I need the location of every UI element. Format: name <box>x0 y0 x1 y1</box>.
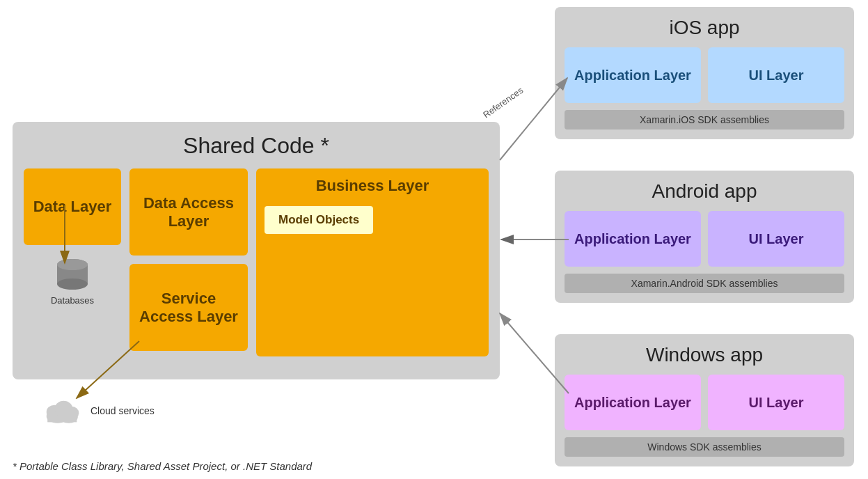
windows-app-layer: Application Layer <box>565 375 701 430</box>
database-icon: Databases <box>51 258 94 306</box>
windows-sdk-bar: Windows SDK assemblies <box>565 437 844 457</box>
data-access-layer-label: Data Access Layer <box>138 194 239 230</box>
main-container: Shared Code * Data Layer Databases <box>0 0 868 479</box>
business-layer-column: Business Layer Model Objects <box>256 168 489 356</box>
windows-ui-layer: UI Layer <box>708 375 844 430</box>
shared-code-box: Shared Code * Data Layer Databases <box>13 122 500 379</box>
windows-ui-layer-label: UI Layer <box>749 395 804 411</box>
cloud-label: Cloud services <box>90 405 155 416</box>
database-svg <box>54 258 91 292</box>
android-app-layer: Application Layer <box>565 211 701 267</box>
android-ui-layer: UI Layer <box>708 211 844 267</box>
ios-ui-layer: UI Layer <box>708 47 844 103</box>
android-sdk-label: Xamarin.Android SDK assemblies <box>631 278 778 289</box>
android-app-layer-label: Application Layer <box>574 231 691 247</box>
business-layer-outer: Business Layer Model Objects <box>256 168 489 356</box>
windows-app-layer-label: Application Layer <box>574 395 691 411</box>
footer-note: * Portable Class Library, Shared Asset P… <box>13 460 312 472</box>
business-layer-title: Business Layer <box>265 177 480 195</box>
windows-app-box: Windows app Application Layer UI Layer W… <box>555 334 854 466</box>
ios-app-box: iOS app Application Layer UI Layer Xamar… <box>555 7 854 139</box>
ios-app-layer: Application Layer <box>565 47 701 103</box>
data-layer-column: Data Layer Databases <box>24 168 121 356</box>
windows-sdk-label: Windows SDK assemblies <box>647 441 761 453</box>
service-access-layer-label: Service Access Layer <box>138 290 239 326</box>
ios-sdk-label: Xamarin.iOS SDK assemblies <box>640 114 769 125</box>
shared-code-layers: Data Layer Databases Data Access Laye <box>24 168 489 356</box>
cloud-area: Cloud services <box>42 397 155 425</box>
data-access-layer-box: Data Access Layer <box>129 168 248 256</box>
windows-layers-row: Application Layer UI Layer <box>565 375 844 430</box>
svg-rect-9 <box>47 416 77 423</box>
cloud-svg <box>42 397 84 425</box>
data-layer-label: Data Layer <box>33 198 112 216</box>
ios-title: iOS app <box>565 17 844 39</box>
ios-sdk-bar: Xamarin.iOS SDK assemblies <box>565 110 844 129</box>
data-layer-box: Data Layer <box>24 168 121 245</box>
databases-label: Databases <box>51 295 94 306</box>
ios-ui-layer-label: UI Layer <box>749 68 804 84</box>
ios-app-layer-label: Application Layer <box>574 68 691 84</box>
service-access-layer-box: Service Access Layer <box>129 264 248 351</box>
svg-point-2 <box>57 278 88 290</box>
windows-title: Windows app <box>565 344 844 366</box>
ios-layers-row: Application Layer UI Layer <box>565 47 844 103</box>
android-app-box: Android app Application Layer UI Layer X… <box>555 171 854 303</box>
access-layers-column: Data Access Layer Service Access Layer <box>129 168 248 356</box>
android-ui-layer-label: UI Layer <box>749 231 804 247</box>
android-title: Android app <box>565 180 844 203</box>
svg-point-3 <box>57 259 88 270</box>
model-objects-box: Model Objects <box>265 206 373 234</box>
cloud-icon <box>42 397 84 425</box>
android-sdk-bar: Xamarin.Android SDK assemblies <box>565 274 844 293</box>
references-label: References <box>481 85 525 120</box>
shared-code-title: Shared Code * <box>24 133 489 159</box>
android-layers-row: Application Layer UI Layer <box>565 211 844 267</box>
model-objects-label: Model Objects <box>278 213 359 226</box>
